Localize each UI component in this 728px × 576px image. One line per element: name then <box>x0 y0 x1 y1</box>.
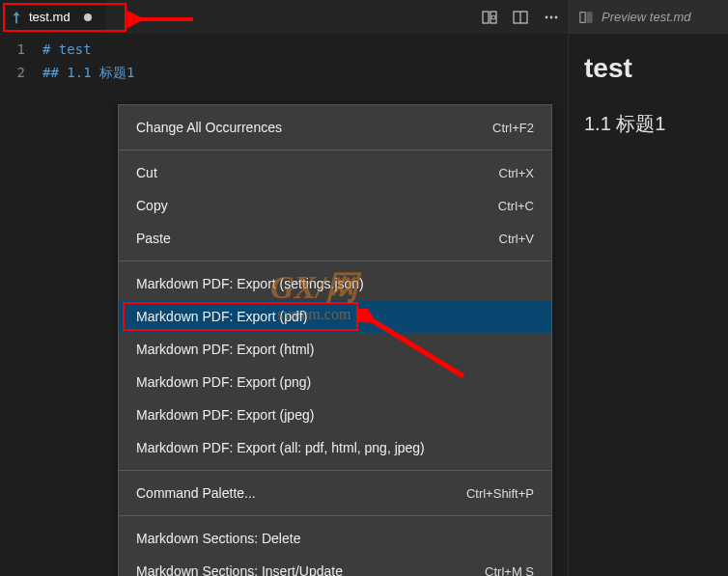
menu-item-label: Markdown PDF: Export (html) <box>136 342 314 357</box>
menu-item[interactable]: PasteCtrl+V <box>119 222 551 255</box>
tab-bar: test.md <box>0 0 568 34</box>
menu-item-shortcut: Ctrl+X <box>499 166 534 180</box>
editor-body[interactable]: 1 2 # test ## 1.1 标题1 <box>0 34 568 84</box>
menu-item-label: Change All Occurrences <box>136 120 282 135</box>
menu-item-label: Markdown PDF: Export (all: pdf, html, pn… <box>136 440 425 455</box>
menu-item-shortcut: Ctrl+V <box>499 232 534 246</box>
menu-item-label: Cut <box>136 165 157 180</box>
menu-item[interactable]: Markdown PDF: Export (png) <box>119 366 551 398</box>
open-preview-icon[interactable] <box>481 9 498 26</box>
split-editor-icon[interactable] <box>512 9 529 26</box>
editor-tab-testmd[interactable]: test.md <box>0 0 106 34</box>
svg-point-7 <box>555 15 558 18</box>
dirty-indicator-icon <box>84 14 92 21</box>
line-number: 2 <box>0 61 25 84</box>
menu-item-label: Markdown PDF: Export (jpeg) <box>136 407 314 423</box>
more-actions-icon[interactable] <box>543 9 560 26</box>
menu-item[interactable]: Command Palette...Ctrl+Shift+P <box>119 477 551 509</box>
markdown-icon <box>10 11 23 24</box>
menu-item[interactable]: Markdown PDF: Export (settings.json) <box>119 267 551 300</box>
menu-item[interactable]: Change All OccurrencesCtrl+F2 <box>119 111 551 144</box>
preview-tab-bar: Preview test.md <box>569 0 728 34</box>
line-number: 1 <box>0 38 25 61</box>
code-area[interactable]: # test ## 1.1 标题1 <box>42 38 134 84</box>
menu-item[interactable]: Markdown Sections: Delete <box>119 522 551 555</box>
menu-item-shortcut: Ctrl+Shift+P <box>466 486 534 501</box>
menu-item-label: Markdown Sections: Insert/Update <box>136 563 343 576</box>
menu-item[interactable]: CutCtrl+X <box>119 156 551 189</box>
svg-rect-9 <box>587 12 592 22</box>
menu-item-shortcut: Ctrl+M S <box>485 564 534 577</box>
menu-item-label: Markdown Sections: Delete <box>136 531 300 546</box>
menu-item-shortcut: Ctrl+F2 <box>492 121 534 135</box>
menu-item-shortcut: Ctrl+C <box>498 199 534 213</box>
menu-item[interactable]: Markdown PDF: Export (all: pdf, html, pn… <box>119 431 551 464</box>
preview-icon <box>578 10 594 25</box>
editor-pane: test.md 1 2 # test <box>0 0 568 576</box>
preview-pane: Preview test.md test 1.1 标题1 <box>568 0 728 576</box>
editor-actions <box>481 0 560 34</box>
svg-point-6 <box>550 15 553 18</box>
menu-item[interactable]: Markdown PDF: Export (html) <box>119 333 551 366</box>
menu-item-label: Markdown PDF: Export (settings.json) <box>136 276 364 291</box>
menu-item[interactable]: Markdown Sections: Insert/UpdateCtrl+M S <box>119 555 551 576</box>
preview-heading-2: 1.1 标题1 <box>584 111 713 137</box>
preview-heading-1: test <box>584 53 713 84</box>
menu-item[interactable]: CopyCtrl+C <box>119 189 551 222</box>
svg-point-5 <box>546 15 548 18</box>
menu-item-label: Command Palette... <box>136 485 256 501</box>
svg-rect-8 <box>580 12 585 22</box>
menu-item-label: Paste <box>136 231 171 246</box>
tab-label: test.md <box>29 10 70 24</box>
code-line[interactable]: ## 1.1 标题1 <box>42 61 134 84</box>
context-menu: Change All OccurrencesCtrl+F2CutCtrl+XCo… <box>118 104 552 576</box>
menu-item[interactable]: Markdown PDF: Export (pdf) <box>119 300 551 333</box>
preview-content: test 1.1 标题1 <box>569 34 728 156</box>
menu-item[interactable]: Markdown PDF: Export (jpeg) <box>119 398 551 431</box>
code-line[interactable]: # test <box>42 38 134 61</box>
svg-rect-0 <box>483 12 489 23</box>
preview-tab-label[interactable]: Preview test.md <box>602 10 690 24</box>
menu-item-label: Markdown PDF: Export (png) <box>136 374 311 390</box>
line-gutter: 1 2 <box>0 38 42 84</box>
menu-item-label: Markdown PDF: Export (pdf) <box>136 309 307 324</box>
menu-item-label: Copy <box>136 198 168 213</box>
svg-point-2 <box>491 15 495 19</box>
